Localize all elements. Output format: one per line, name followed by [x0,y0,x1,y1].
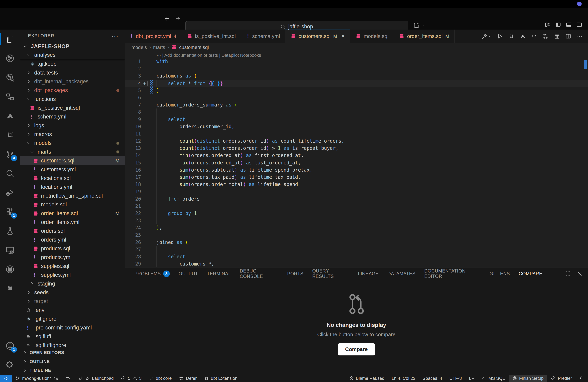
build-tasks-button[interactable] [482,33,492,39]
tab-order-items-sql[interactable]: order_items.sqlM [394,30,455,43]
customize-layout-icon[interactable] [545,21,551,28]
toggle-sidebar-icon[interactable] [555,21,561,28]
close-panel-icon[interactable] [577,271,583,277]
tree-item-dbt-internal-packages[interactable]: dbt_internal_packages [20,77,125,86]
breadcrumb[interactable]: models›marts›customers.sql [125,43,588,52]
activity-item-altimate[interactable] [0,106,20,125]
code-line-1[interactable]: 1with [125,58,588,65]
code-line-29[interactable]: 29 customers.*, [125,260,588,267]
tree-item-products-yml[interactable]: !products.yml [20,253,125,262]
tree-item-functions[interactable]: functions [20,95,125,103]
status-cursor-position[interactable]: Ln 4, Col 22 [388,375,419,382]
tree-item--gitignore[interactable]: .gitignore [20,314,125,323]
code-editor[interactable]: 1with23customers as (+4 select * from {{… [125,58,588,267]
tree-item-macros[interactable]: macros [20,130,125,139]
code-line-8[interactable]: 8 [125,109,588,116]
tree-item-models-sql[interactable]: models.sql [20,200,125,209]
code-line-25[interactable]: 25 [125,231,588,239]
tree-item-orders-sql[interactable]: orders.sql [20,227,125,235]
code-line-9[interactable]: 9 select [125,116,588,123]
activity-item-explorer[interactable] [0,30,20,49]
activity-item-dbt-lineage[interactable] [0,49,20,68]
tree-item-marts[interactable]: marts [20,148,125,156]
code-line-11[interactable]: 11 [125,130,588,137]
panel-tab-debug-console[interactable]: DEBUG CONSOLE [240,267,278,280]
status-defer[interactable]: Defer [175,375,200,382]
sidebar-section-outline[interactable]: OUTLINE [20,357,125,366]
tree-item-dbt-packages[interactable]: dbt_packages [20,86,125,95]
sidebar-section-open-editors[interactable]: OPEN EDITORS [20,348,125,357]
status-compare-changes[interactable] [62,375,74,382]
tree-item-customers-sql[interactable]: customers.sqlM [20,156,125,165]
activity-item-dbt-extension[interactable] [0,279,20,298]
run-file-button[interactable] [497,33,503,39]
code-line-15[interactable]: 15 max(orders.ordered_at) as last_ordere… [125,159,588,166]
forward-arrow-icon[interactable] [174,15,182,22]
activity-item-search[interactable] [0,164,20,183]
code-line-7[interactable]: 7customer_orders_summary as ( [125,101,588,109]
compare-button[interactable]: Compare [337,343,375,355]
activity-item-settings[interactable] [0,355,20,375]
status-language-mode[interactable]: MS SQL [478,375,509,382]
more-actions-button[interactable] [577,33,583,39]
status-encoding[interactable]: UTF-8 [446,375,465,382]
panel-tab-problems[interactable]: PROBLEMS8 [134,267,170,280]
activity-item-testing[interactable] [0,221,20,241]
tree-item-customers-yml[interactable]: !customers.yml [20,165,125,174]
code-line-5[interactable]: 5) [125,87,588,94]
split-editor-button[interactable] [565,33,571,39]
tree-item--sqlfluff[interactable]: .sqlfluff [20,332,125,341]
maximize-panel-icon[interactable] [565,271,571,277]
add-line-action-button[interactable]: + [142,81,147,86]
code-line-3[interactable]: 3customers as ( [125,72,588,79]
status-dbt-core[interactable]: dbt core [145,375,175,382]
tree-item-jaffle-shop[interactable]: JAFFLE-SHOP [20,42,125,51]
activity-item-github[interactable] [0,260,20,279]
activity-item-dbt-power-user[interactable] [0,125,20,145]
panel-tab--[interactable]: ··· [551,267,556,280]
tree-item--pre-commit-config-yaml[interactable]: !.pre-commit-config.yaml [20,323,125,332]
code-line-26[interactable]: 26joined as ( [125,239,588,246]
activity-item-source-control[interactable]: 4 [0,145,20,164]
code-line-2[interactable]: 2 [125,65,588,72]
status-problems[interactable]: 53 [117,375,145,382]
code-line-6[interactable]: 6 [125,94,588,101]
panel-tab-documentation-editor[interactable]: DOCUMENTATION EDITOR [424,267,481,280]
status-dbt-extension[interactable]: dbt Extension [200,375,241,382]
code-line-19[interactable]: 19 [125,188,588,195]
breadcrumb-file[interactable]: customers.sql [179,45,209,50]
codelens[interactable]: ··· | Add documentation or tests | Datap… [125,52,588,58]
panel-tab-datamates[interactable]: DATAMATES [387,267,415,280]
code-line-18[interactable]: 18 sum(orders.order_total) as lifetime_s… [125,181,588,188]
activity-item-dbt-query-explorer[interactable] [0,68,20,87]
code-line-12[interactable]: 12 count(distinct orders.order_id) as co… [125,137,588,145]
panel-tab-terminal[interactable]: TERMINAL [207,267,231,280]
tree-item-locations-yml[interactable]: !locations.yml [20,183,125,191]
code-line-24[interactable]: 24), [125,224,588,231]
status-eol[interactable]: LF [465,375,478,382]
status-prettier[interactable]: Prettier [547,375,576,382]
query-results-grid-button[interactable] [554,33,560,39]
code-line-28[interactable]: 28 select [125,253,588,260]
activity-item-extensions[interactable]: 1 [0,202,20,221]
close-icon[interactable]: ✕ [341,34,345,39]
tree-item-metricflow-time-spine-sql[interactable]: metricflow_time_spine.sql [20,191,125,200]
toggle-secondary-sidebar-icon[interactable] [576,21,582,28]
status-blame[interactable]: Blame Paused [345,375,388,382]
status-git-branch[interactable]: mwong-fusion* [12,375,62,382]
tree-item-analyses[interactable]: analyses [20,51,125,59]
status-remote-indicator[interactable] [0,375,12,382]
inline-code-button[interactable] [531,33,537,39]
tree-item--env[interactable]: .env [20,306,125,314]
tree-item-order-items-yml[interactable]: !order_items.yml [20,218,125,227]
activity-item-flowchart-view[interactable] [0,87,20,106]
tree-item-models[interactable]: models [20,139,125,148]
code-line-22[interactable]: 22 group by 1 [125,210,588,217]
status-launchpad[interactable]: Launchpad [74,375,117,382]
tab-schema-yml[interactable]: !schema.yml [241,30,285,43]
tab-customers-sql[interactable]: customers.sqlM✕ [285,30,351,43]
tab-models-sql[interactable]: models.sql [350,30,394,43]
panel-tab-compare[interactable]: COMPARE [519,267,542,280]
panel-tab-lineage[interactable]: LINEAGE [358,267,378,280]
tree-item-orders-yml[interactable]: !orders.yml [20,235,125,244]
